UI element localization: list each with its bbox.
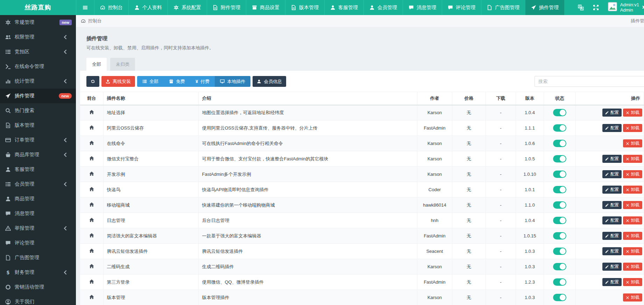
sidebar-item-report[interactable]: 举报管理 [0,221,76,236]
configure-button[interactable]: 配置 [602,155,622,163]
tab-all[interactable]: 全部 [86,58,107,71]
uninstall-button[interactable]: 卸载 [623,155,642,163]
frontend-home-link[interactable] [89,294,94,300]
topnav-item-ad-image[interactable]: 广告图管理 [481,0,525,15]
topnav-item-comment[interactable]: 评论管理 [442,0,481,15]
sidebar-item-goods[interactable]: 商品管理 [0,192,76,206]
uninstall-button[interactable]: 卸载 [623,232,642,240]
sidebar-item-message[interactable]: 消息管理 [0,206,76,221]
status-toggle[interactable] [553,109,566,116]
status-toggle[interactable] [553,217,566,224]
sidebar-item-order[interactable]: 订单管理 [0,133,76,147]
uninstall-button[interactable]: 卸载 [623,201,642,209]
sidebar-item-ad-image[interactable]: 广告图管理 [0,250,76,265]
fullscreen-expand-icon[interactable] [593,5,599,11]
sidebar-item-member[interactable]: 会员管理 [0,177,76,192]
uninstall-button[interactable]: 卸载 [623,278,642,286]
configure-button[interactable]: 配置 [602,232,622,240]
status-toggle[interactable] [553,171,566,178]
status-toggle[interactable] [553,294,566,301]
configure-button[interactable]: 配置 [602,186,622,194]
configure-button[interactable]: 配置 [602,109,622,117]
sidebar-item-permission[interactable]: 权限管理 [0,30,76,44]
sidebar-item-general[interactable]: 常规管理new [0,15,76,30]
configure-button[interactable]: 配置 [602,170,622,178]
uninstall-button[interactable]: 卸载 [623,216,642,224]
frontend-home-link[interactable] [89,171,94,177]
filter-free-button[interactable]: 免费 [164,76,190,87]
frontend-home-link[interactable] [89,264,94,270]
configure-button[interactable]: 配置 [602,201,622,209]
topnav-item-goods-settings[interactable]: 商品设置 [246,0,285,15]
sidebar-item-about-us[interactable]: 关于我们 [0,294,76,305]
user-menu[interactable]: Admin:v1 Admin [608,0,639,15]
frontend-home-link[interactable] [89,217,94,223]
topnav-item-customer-service[interactable]: 客服管理 [324,0,363,15]
configure-button[interactable]: 配置 [602,247,622,255]
status-toggle[interactable] [553,186,566,193]
frontend-home-link[interactable] [89,156,94,162]
topnav-item-attachment[interactable]: 附件管理 [207,0,246,15]
uninstall-button[interactable]: 卸载 [623,263,642,271]
topnav-item-message[interactable]: 消息管理 [403,0,442,15]
frontend-home-link[interactable] [89,110,94,116]
search-input[interactable] [535,76,644,87]
uninstall-button[interactable]: 卸载 [623,170,642,178]
status-toggle[interactable] [553,201,566,209]
uninstall-button[interactable]: 卸载 [623,293,642,301]
offline-install-button[interactable]: 离线安装 [101,76,135,87]
topnav-item-dashboard[interactable]: 控制台 [94,0,128,15]
status-toggle[interactable] [553,278,566,286]
sidebar-item-comment[interactable]: 评论管理 [0,236,76,250]
configure-button[interactable]: 配置 [602,278,622,286]
frontend-home-link[interactable] [89,233,94,239]
uninstall-button[interactable]: 卸载 [623,139,642,147]
topnav-item-member[interactable]: 会员管理 [363,0,403,15]
uninstall-button[interactable]: 卸载 [623,124,642,132]
status-toggle[interactable] [553,232,566,240]
topnav-item-profile[interactable]: 个人资料 [128,0,168,15]
topnav-item-version[interactable]: 版本管理 [285,0,324,15]
uninstall-button[interactable]: 卸载 [623,186,642,194]
status-toggle[interactable] [553,248,566,255]
status-toggle[interactable] [553,155,566,162]
status-toggle[interactable] [553,263,566,270]
sidebar-item-goods-library[interactable]: 商品库管理 [0,147,76,162]
member-info-button[interactable]: 会员信息 [253,76,286,87]
language-icon[interactable] [578,5,584,11]
refresh-button[interactable] [86,76,99,87]
frontend-home-link[interactable] [89,187,94,193]
sidebar-item-marketing[interactable]: 营销活动管理 [0,280,76,294]
filter-paid-button[interactable]: ¥付费 [190,76,215,87]
sidebar-item-finance[interactable]: 财务管理 [0,265,76,280]
sidebar-item-statistics[interactable]: 统计管理 [0,74,76,89]
sidebar-item-customer-service[interactable]: 客服管理 [0,162,76,177]
frontend-home-link[interactable] [89,279,94,285]
topnav-item-system-config[interactable]: 系统配置 [168,0,207,15]
frontend-home-link[interactable] [89,248,94,254]
configure-button[interactable]: 配置 [602,216,622,224]
pencil-icon [605,173,609,176]
sidebar-item-online-command[interactable]: 在线命令管理 [0,59,76,74]
filter-local-button[interactable]: 本地插件 [215,76,250,87]
sidebar-item-auction[interactable]: 竞拍区 [0,44,76,59]
actions-cell: 配置卸载 [576,244,644,259]
sidebar-item-hot-search[interactable]: 热门搜索 [0,103,76,118]
configure-button[interactable]: 配置 [602,124,622,132]
tab-uncategorized[interactable]: 未归类 [110,58,135,71]
status-toggle[interactable] [553,140,566,147]
configure-button[interactable]: 配置 [602,263,622,271]
sidebar-item-plugin[interactable]: 插件管理new [0,89,76,103]
frontend-home-link[interactable] [89,125,94,131]
frontend-home-link[interactable] [89,140,94,146]
filter-all-button[interactable]: 全部 [137,76,164,87]
sidebar-item-version[interactable]: 版本管理 [0,118,76,133]
breadcrumb-home[interactable]: 控制台 [88,18,102,24]
uninstall-button[interactable]: 卸载 [623,247,642,255]
sidebar-toggle-button[interactable] [76,0,94,15]
settings-gear-icon[interactable] [642,5,644,10]
frontend-home-link[interactable] [89,202,94,208]
uninstall-button[interactable]: 卸载 [623,109,642,117]
status-toggle[interactable] [553,124,566,132]
topnav-item-plugin[interactable]: 插件管理 [525,0,564,15]
